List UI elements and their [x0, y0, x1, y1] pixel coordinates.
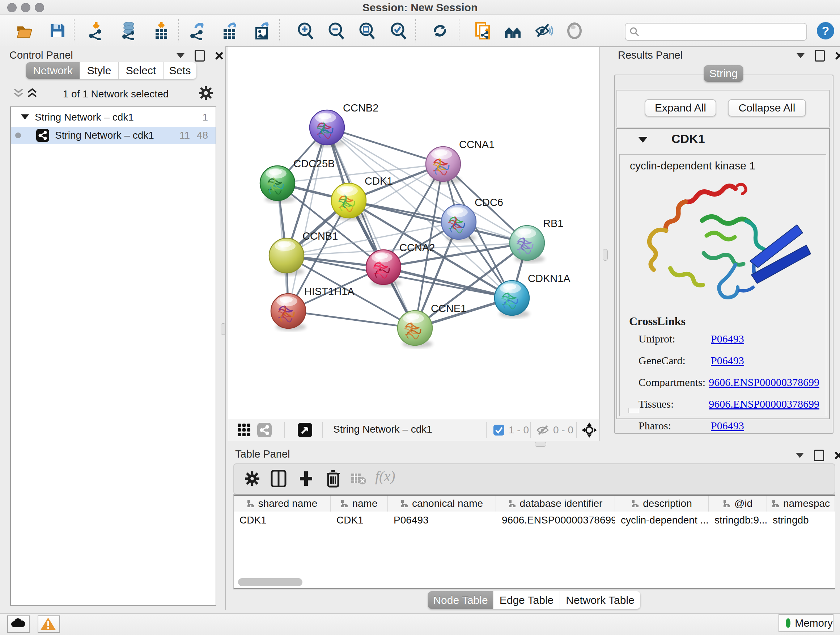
- table-row[interactable]: CDK1CDK1P064939606.ENSP00000378699cyclin…: [234, 511, 835, 527]
- column-header-name[interactable]: name: [331, 496, 388, 511]
- open-session-icon[interactable]: [15, 21, 34, 40]
- show-all-icon[interactable]: [565, 21, 584, 40]
- panel-close-icon[interactable]: [835, 51, 840, 60]
- export-image-icon[interactable]: [253, 21, 272, 40]
- search-input[interactable]: [625, 23, 807, 41]
- panel-float-icon[interactable]: [815, 50, 825, 62]
- delete-column-icon[interactable]: [325, 469, 341, 488]
- network-label: String Network – cdk1: [55, 130, 154, 141]
- crosslink-value-link[interactable]: P06493: [711, 333, 744, 345]
- entry-expander-icon[interactable]: [638, 137, 647, 143]
- network-canvas[interactable]: CCNB2CCNA1CDC25BCDK1CDC6RB1CCNB1CCNA2CDK…: [228, 46, 600, 419]
- panel-menu-icon[interactable]: [797, 53, 805, 58]
- crosslink-label: Uniprot:: [638, 333, 711, 345]
- collapse-all-button[interactable]: Collapse All: [728, 99, 806, 117]
- column-header-description[interactable]: description: [615, 496, 709, 511]
- first-neighbors-icon[interactable]: [504, 21, 523, 40]
- zoom-fit-icon[interactable]: [357, 21, 376, 40]
- column-header-shared-name[interactable]: shared name: [234, 496, 331, 511]
- import-network-file-icon[interactable]: [87, 21, 106, 40]
- table-cell[interactable]: stringdb: [767, 511, 835, 527]
- import-network-database-icon[interactable]: [119, 21, 138, 40]
- collapse-all-icon[interactable]: [13, 87, 24, 99]
- gene-description: cyclin-dependent kinase 1: [630, 160, 755, 172]
- show-columns-icon[interactable]: [270, 470, 287, 487]
- tab-select[interactable]: Select: [118, 62, 164, 79]
- panel-float-icon[interactable]: [195, 50, 205, 62]
- zoom-selected-icon[interactable]: [389, 21, 408, 40]
- save-session-icon[interactable]: [48, 21, 66, 40]
- crosslink-row: Compartments:9606.ENSP00000378699: [638, 376, 819, 388]
- panel-close-icon[interactable]: [834, 451, 840, 460]
- refresh-icon[interactable]: [431, 21, 449, 40]
- table-cell[interactable]: stringdb:9...: [709, 511, 767, 527]
- import-table-file-icon[interactable]: [152, 21, 171, 40]
- node-cdkn1a: [494, 280, 529, 315]
- hide-selected-icon[interactable]: [534, 21, 553, 40]
- node-ccnb1: [269, 238, 304, 273]
- panel-menu-icon[interactable]: [177, 53, 185, 58]
- zoom-in-icon[interactable]: [296, 21, 315, 40]
- birds-eye-icon[interactable]: [581, 422, 597, 438]
- add-column-icon[interactable]: [298, 470, 314, 487]
- grid-view-icon[interactable]: [237, 423, 251, 437]
- zoom-out-icon[interactable]: [327, 21, 346, 40]
- string-network-graph[interactable]: CCNB2CCNA1CDC25BCDK1CDC6RB1CCNB1CCNA2CDK…: [228, 47, 600, 419]
- gear-icon[interactable]: [198, 86, 213, 101]
- open-external-icon[interactable]: [298, 423, 312, 437]
- table-cell[interactable]: cyclin-dependent ...: [615, 511, 709, 527]
- column-header-database-identifier[interactable]: database identifier: [496, 496, 615, 511]
- table-cell[interactable]: CDK1: [331, 511, 388, 527]
- expand-all-icon[interactable]: [27, 87, 38, 99]
- toolbar-separator: [459, 19, 459, 42]
- left-splitter-handle[interactable]: [221, 323, 226, 335]
- expand-all-button[interactable]: Expand All: [645, 99, 716, 117]
- memory-button[interactable]: Memory: [778, 614, 834, 632]
- crosslink-value-link[interactable]: P06493: [711, 420, 744, 432]
- selected-checkbox-icon[interactable]: [493, 424, 505, 436]
- tab-network[interactable]: Network: [26, 62, 80, 79]
- table-gear-icon[interactable]: [244, 470, 260, 486]
- results-panel: Results Panel String Expand All Collapse…: [611, 46, 840, 446]
- tab-network-table[interactable]: Network Table: [560, 591, 640, 609]
- network-view-icon[interactable]: [257, 423, 272, 437]
- table-cell[interactable]: CDK1: [234, 511, 331, 527]
- node-label-ccnb2: CCNB2: [343, 102, 378, 114]
- tab-edge-table[interactable]: Edge Table: [493, 591, 560, 609]
- table-hscrollbar-thumb[interactable]: [238, 578, 302, 586]
- warning-icon: [38, 616, 58, 631]
- panel-menu-icon[interactable]: [796, 453, 804, 458]
- panel-close-icon[interactable]: [215, 51, 224, 60]
- column-header--id[interactable]: @id: [709, 496, 767, 511]
- export-network-icon[interactable]: [188, 21, 207, 40]
- tab-string[interactable]: String: [704, 65, 743, 82]
- help-icon[interactable]: ?: [816, 21, 835, 40]
- network-row-selected[interactable]: String Network – cdk1 11 48: [11, 127, 216, 144]
- node-label-ccna1: CCNA1: [459, 139, 494, 150]
- results-scrollbar-thumb[interactable]: [628, 408, 639, 413]
- export-table-icon[interactable]: [221, 21, 240, 40]
- tree-expander-icon[interactable]: [21, 114, 29, 119]
- crosslink-value-link[interactable]: P06493: [711, 355, 744, 367]
- network-from-clipboard-icon[interactable]: [474, 21, 493, 40]
- table-panel-title: Table Panel: [235, 448, 290, 460]
- cloud-button[interactable]: [7, 616, 30, 633]
- panel-float-icon[interactable]: [814, 450, 824, 461]
- network-selection-status: 1 of 1 Network selected: [43, 88, 188, 100]
- column-type-icon: [723, 500, 731, 508]
- right-splitter-handle[interactable]: [603, 249, 608, 261]
- table-cell[interactable]: P06493: [388, 511, 496, 527]
- tab-style[interactable]: Style: [80, 62, 118, 79]
- warning-button[interactable]: [38, 616, 60, 633]
- table-cell[interactable]: 9606.ENSP00000378699: [496, 511, 615, 527]
- toolbar-separator: [486, 422, 486, 438]
- column-header-namespac[interactable]: namespac: [767, 496, 835, 511]
- network-collection-row[interactable]: String Network – cdk1 1: [11, 109, 216, 127]
- column-header-canonical-name[interactable]: canonical name: [388, 496, 496, 511]
- node-cdc6: [441, 204, 476, 239]
- crosslink-value-link[interactable]: 9606.ENSP00000378699: [709, 376, 819, 388]
- tab-sets[interactable]: Sets: [164, 62, 196, 79]
- network-edge-count: 48: [194, 130, 208, 141]
- crosslink-value-link[interactable]: 9606.ENSP00000378699: [709, 398, 819, 410]
- tab-node-table[interactable]: Node Table: [428, 591, 493, 609]
